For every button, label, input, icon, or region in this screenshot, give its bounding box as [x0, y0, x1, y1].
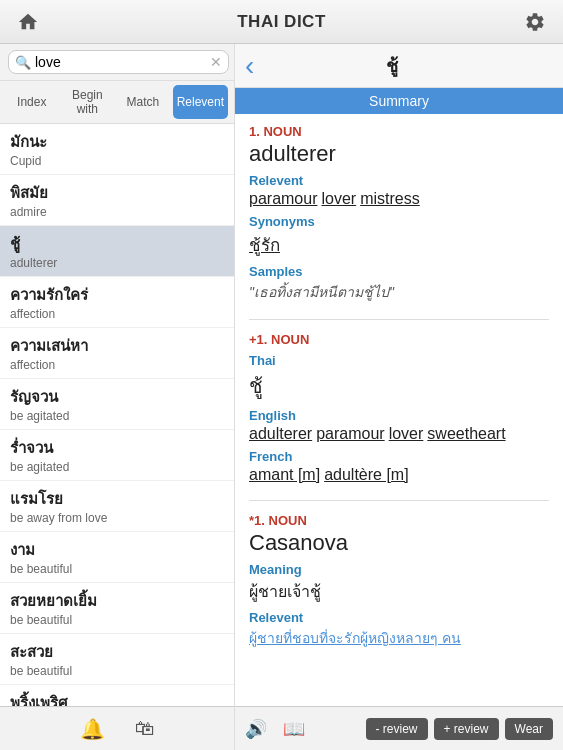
list-item[interactable]: สะสวย be beautiful	[0, 634, 234, 685]
left-bottom-nav: 🔔 🛍	[0, 706, 234, 750]
list-item[interactable]: งาม be beautiful	[0, 532, 234, 583]
field-label-relevent-3: Relevent	[249, 610, 549, 625]
list-item-selected[interactable]: ชู้ adulterer	[0, 226, 234, 277]
field-label-thai: Thai	[249, 353, 549, 368]
field-label-english: English	[249, 408, 549, 423]
field-label-relevent-1: Relevent	[249, 173, 549, 188]
english-word: lover	[389, 425, 424, 443]
field-value-english: adulterer paramour lover sweetheart	[249, 425, 549, 443]
word-list: มักนะ Cupid พิสมัย admire ชู้ adulterer …	[0, 124, 234, 706]
section-noun-3: *1. NOUN Casanova Meaning ผู้ชายเจ้าชู้ …	[249, 513, 549, 649]
bottom-right-buttons: - review + review Wear	[366, 718, 554, 740]
right-header: ‹ ชู้	[235, 44, 563, 88]
pos-label-1: 1. NOUN	[249, 124, 549, 139]
main-word-3: Casanova	[249, 530, 549, 556]
speaker-icon[interactable]: 🔊	[245, 718, 267, 740]
left-panel: 🔍 ✕ Index Begin with Match Relevent มักน…	[0, 44, 235, 750]
english-word: sweetheart	[427, 425, 505, 443]
review-minus-button[interactable]: - review	[366, 718, 428, 740]
field-value-relevent-3: ผู้ชายที่ชอบที่จะรักผู้หญิงหลายๆ คน	[249, 627, 549, 649]
english-word: paramour	[316, 425, 384, 443]
field-value-french: amant [m] adultère [m]	[249, 466, 549, 484]
right-content: 1. NOUN adulterer Relevent paramour love…	[235, 114, 563, 706]
pos-label-3: *1. NOUN	[249, 513, 549, 528]
field-value-samples: "เธอทิ้งสามีหนีตามชู้ไป"	[249, 281, 549, 303]
divider-1	[249, 319, 549, 320]
bottom-left-icons: 🔊 📖	[245, 718, 305, 740]
filter-tabs: Index Begin with Match Relevent	[0, 81, 234, 124]
field-label-french: French	[249, 449, 549, 464]
app-title: THAI DICT	[237, 12, 326, 32]
list-item[interactable]: พริ้งเพริศ be charming	[0, 685, 234, 706]
list-item[interactable]: รัญจวน be agitated	[0, 379, 234, 430]
tab-index[interactable]: Index	[6, 85, 58, 119]
search-icon: 🔍	[15, 55, 31, 70]
settings-button[interactable]	[519, 6, 551, 38]
list-item[interactable]: สวยหยาดเยิ้ม be beautiful	[0, 583, 234, 634]
relevent-word: lover	[321, 190, 356, 208]
main-word-1: adulterer	[249, 141, 549, 167]
search-input[interactable]	[35, 54, 210, 70]
detail-thai-title: ชู้	[386, 51, 398, 80]
search-bar: 🔍 ✕	[0, 44, 234, 81]
list-item[interactable]: ความรักใคร่ affection	[0, 277, 234, 328]
bell-icon[interactable]: 🔔	[80, 717, 105, 741]
divider-2	[249, 500, 549, 501]
field-value-thai: ชู้	[249, 370, 549, 402]
list-item[interactable]: พิสมัย admire	[0, 175, 234, 226]
right-panel: ‹ ชู้ Summary 1. NOUN adulterer Relevent…	[235, 44, 563, 750]
tab-relevent[interactable]: Relevent	[173, 85, 228, 119]
tab-match[interactable]: Match	[117, 85, 169, 119]
app-header: THAI DICT	[0, 0, 563, 44]
main-layout: 🔍 ✕ Index Begin with Match Relevent มักน…	[0, 44, 563, 750]
list-item[interactable]: แรมโรย be away from love	[0, 481, 234, 532]
pos-label-2: +1. NOUN	[249, 332, 549, 347]
field-label-samples: Samples	[249, 264, 549, 279]
book-icon[interactable]: 📖	[283, 718, 305, 740]
list-item[interactable]: มักนะ Cupid	[0, 124, 234, 175]
field-label-synonyms: Synonyms	[249, 214, 549, 229]
field-value-relevent-1: paramour lover mistress	[249, 190, 549, 208]
section-noun-2: +1. NOUN Thai ชู้ English adulterer para…	[249, 332, 549, 484]
french-word: amant [m]	[249, 466, 320, 484]
wear-button[interactable]: Wear	[505, 718, 553, 740]
relevent-word: mistress	[360, 190, 420, 208]
field-value-meaning: ผู้ชายเจ้าชู้	[249, 579, 549, 604]
bag-icon[interactable]: 🛍	[135, 717, 155, 740]
list-item[interactable]: ร่ำจวน be agitated	[0, 430, 234, 481]
french-word: adultère [m]	[324, 466, 408, 484]
clear-icon[interactable]: ✕	[210, 54, 222, 70]
review-plus-button[interactable]: + review	[434, 718, 499, 740]
english-word: adulterer	[249, 425, 312, 443]
section-noun-1: 1. NOUN adulterer Relevent paramour love…	[249, 124, 549, 303]
back-button[interactable]: ‹	[245, 50, 254, 82]
field-label-meaning: Meaning	[249, 562, 549, 577]
summary-tab[interactable]: Summary	[235, 88, 563, 114]
home-button[interactable]	[12, 6, 44, 38]
right-bottom-nav: 🔊 📖 - review + review Wear	[235, 706, 563, 750]
field-value-synonyms: ชู้รัก	[249, 231, 549, 258]
tab-begin[interactable]: Begin with	[62, 85, 114, 119]
list-item[interactable]: ความเสน่หา affection	[0, 328, 234, 379]
relevent-word: paramour	[249, 190, 317, 208]
